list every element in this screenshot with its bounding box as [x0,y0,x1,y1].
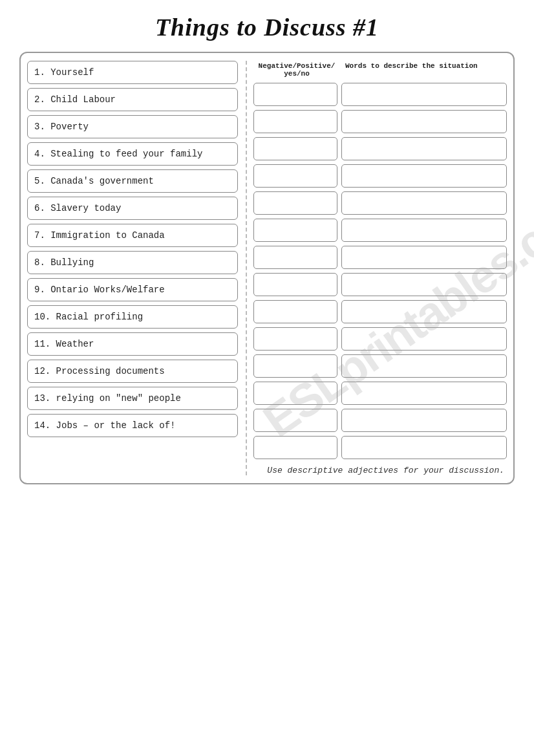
header-neg-pos: Negative/Positive/ yes/no [255,61,339,79]
topic-item-10: 10. Racial profiling [27,305,238,329]
answer-row-12 [253,382,507,405]
words-box-9[interactable] [341,300,507,323]
answer-row-10 [253,327,507,351]
answer-row-3 [253,137,507,160]
answer-row-11 [253,354,507,378]
answer-row-13 [253,409,507,432]
words-box-4[interactable] [341,164,507,188]
topic-item-7: 7. Immigration to Canada [27,224,238,247]
answer-row-8 [253,273,507,296]
neg-pos-box-6[interactable] [253,219,337,242]
words-box-3[interactable] [341,137,507,160]
neg-pos-box-8[interactable] [253,273,337,296]
topic-item-12: 12. Processing documents [27,360,238,383]
neg-pos-box-14[interactable] [253,436,337,459]
words-box-5[interactable] [341,191,507,215]
topic-item-14: 14. Jobs – or the lack of! [27,414,238,437]
neg-pos-box-7[interactable] [253,246,337,269]
topics-column: 1. Yourself2. Child Labour3. Poverty4. S… [27,61,247,475]
words-box-10[interactable] [341,327,507,351]
neg-pos-box-10[interactable] [253,327,337,351]
header-words: Words to describe the situation [343,61,507,79]
words-box-14[interactable] [341,436,507,459]
topic-item-11: 11. Weather [27,332,238,356]
neg-pos-box-5[interactable] [253,191,337,215]
neg-pos-box-2[interactable] [253,110,337,133]
topic-item-13: 13. relying on "new" people [27,387,238,410]
neg-pos-box-1[interactable] [253,83,337,106]
words-box-2[interactable] [341,110,507,133]
topic-item-4: 4. Stealing to feed your family [27,142,238,166]
topic-item-6: 6. Slavery today [27,197,238,220]
answer-rows [253,83,507,459]
topic-item-1: 1. Yourself [27,61,238,84]
neg-pos-box-12[interactable] [253,382,337,405]
words-box-7[interactable] [341,246,507,269]
neg-pos-box-11[interactable] [253,354,337,378]
answer-row-9 [253,300,507,323]
topic-item-5: 5. Canada's government [27,169,238,193]
words-box-8[interactable] [341,273,507,296]
answer-row-14 [253,436,507,459]
footer-note: Use descriptive adjectives for your disc… [253,466,507,475]
answer-row-7 [253,246,507,269]
neg-pos-box-9[interactable] [253,300,337,323]
answer-row-4 [253,164,507,188]
main-container: 1. Yourself2. Child Labour3. Poverty4. S… [19,52,515,484]
words-box-6[interactable] [341,219,507,242]
answers-header: Negative/Positive/ yes/no Words to descr… [253,61,507,79]
answer-row-1 [253,83,507,106]
topic-item-3: 3. Poverty [27,115,238,138]
topic-item-9: 9. Ontario Works/Welfare [27,278,238,301]
neg-pos-box-3[interactable] [253,137,337,160]
answer-row-6 [253,219,507,242]
topic-item-2: 2. Child Labour [27,88,238,111]
answer-row-2 [253,110,507,133]
neg-pos-box-4[interactable] [253,164,337,188]
page-title: Things to Discuss #1 [19,13,515,41]
answer-row-5 [253,191,507,215]
words-box-12[interactable] [341,382,507,405]
words-box-13[interactable] [341,409,507,432]
words-box-1[interactable] [341,83,507,106]
words-box-11[interactable] [341,354,507,378]
neg-pos-box-13[interactable] [253,409,337,432]
answers-column: Negative/Positive/ yes/no Words to descr… [253,61,507,475]
topic-item-8: 8. Bullying [27,251,238,274]
